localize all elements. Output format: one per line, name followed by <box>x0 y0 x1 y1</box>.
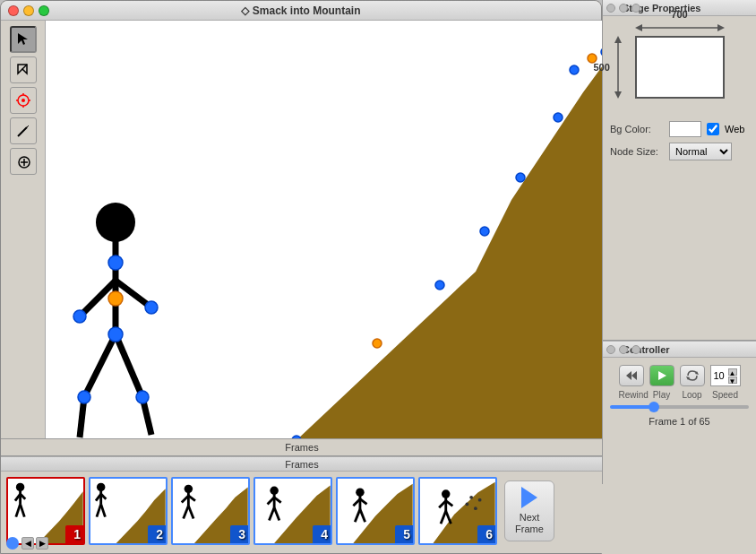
ctrl-dot-3 <box>631 345 640 354</box>
next-frame-arrow-icon <box>521 487 537 508</box>
speed-down[interactable]: ▼ <box>728 377 737 384</box>
frame-thumb-2[interactable]: 2 <box>89 477 168 545</box>
frame-number-2: 2 <box>156 527 163 541</box>
svg-point-20 <box>554 113 563 122</box>
rewind-label: Rewind <box>619 390 644 400</box>
height-arrow <box>612 36 624 99</box>
width-value: 700 <box>635 9 725 20</box>
web-label: Web <box>725 124 744 134</box>
svg-marker-14 <box>225 65 603 440</box>
frame-thumb-4[interactable]: 4 <box>253 477 332 545</box>
next-frame-button[interactable]: NextFrame <box>504 480 554 541</box>
transform-tool[interactable] <box>10 56 37 83</box>
stage-box <box>635 36 725 99</box>
controller-title-bar: Controller <box>603 342 756 358</box>
maximize-button[interactable] <box>39 5 49 16</box>
svg-line-48 <box>21 504 25 516</box>
frames-panel: Frames 1 <box>1 456 603 553</box>
pivot-tool[interactable] <box>10 87 37 114</box>
speed-up[interactable]: ▲ <box>728 368 737 376</box>
frame-thumb-6[interactable]: 6 <box>418 477 497 545</box>
ctrl-dot-2 <box>619 345 628 354</box>
controller-labels: Rewind Play Loop Speed <box>603 388 756 402</box>
frames-content: 1 2 <box>1 472 603 550</box>
svg-marker-93 <box>614 91 622 99</box>
svg-point-19 <box>516 173 525 182</box>
loop-button[interactable] <box>680 365 705 386</box>
panel-dot-1 <box>606 4 615 13</box>
knife-tool[interactable] <box>10 117 37 144</box>
frame-number-3: 3 <box>238 527 245 541</box>
svg-line-83 <box>446 511 451 524</box>
svg-line-82 <box>441 511 446 524</box>
svg-point-86 <box>474 506 477 510</box>
svg-point-38 <box>108 327 123 342</box>
playback-slider-thumb[interactable] <box>649 402 659 412</box>
toolbar <box>1 21 46 440</box>
svg-marker-0 <box>18 33 28 45</box>
svg-point-26 <box>99 206 132 238</box>
frame-number-6: 6 <box>485 527 493 541</box>
svg-point-85 <box>469 496 473 499</box>
bg-color-input[interactable] <box>669 121 701 137</box>
playback-slider[interactable] <box>610 405 749 409</box>
svg-marker-94 <box>631 371 637 380</box>
frame-thumb-5[interactable]: 5 <box>336 477 415 545</box>
canvas-area <box>46 21 603 440</box>
frame-thumb-1[interactable]: 1 <box>6 477 85 545</box>
title-bar: ◇ Smack into Mountain <box>1 1 601 21</box>
node-size-select[interactable]: Normal Small Large <box>669 143 732 160</box>
select-tool[interactable] <box>10 26 37 53</box>
svg-line-61 <box>184 506 189 518</box>
speed-value: 10 <box>714 370 725 381</box>
frames-panel-title: Frames <box>1 457 603 472</box>
frame-number-5: 5 <box>403 527 410 541</box>
svg-line-75 <box>355 509 360 522</box>
frame-info: Frame 1 of 65 <box>603 412 756 430</box>
playback-slider-row <box>603 402 756 412</box>
svg-line-62 <box>188 506 193 518</box>
controller-buttons: 10 ▲ ▼ <box>603 358 756 388</box>
svg-line-68 <box>269 507 274 520</box>
window-title: ◇ Smack into Mountain <box>241 4 360 17</box>
svg-line-9 <box>18 127 27 136</box>
frame-thumb-3[interactable]: 3 <box>171 477 250 545</box>
speed-spinner[interactable]: ▲ ▼ <box>728 368 737 384</box>
controller-panel-dots <box>606 345 640 354</box>
height-value: 500 <box>594 62 610 73</box>
svg-point-37 <box>145 301 158 314</box>
svg-point-65 <box>270 487 278 495</box>
svg-point-36 <box>73 310 86 323</box>
close-button[interactable] <box>8 5 19 16</box>
play-button[interactable] <box>649 365 674 386</box>
svg-line-10 <box>27 126 29 127</box>
stick-figure <box>62 200 169 440</box>
svg-point-39 <box>78 391 90 403</box>
stage-diagram: 700 500 <box>622 27 738 108</box>
scroll-left-button[interactable]: ◀ <box>21 537 34 550</box>
panel-dot-2 <box>619 4 628 13</box>
svg-line-69 <box>274 507 279 520</box>
svg-point-17 <box>435 281 444 290</box>
web-checkbox[interactable] <box>707 123 719 135</box>
stage-properties-panel: Stage Properties 700 <box>602 0 756 341</box>
svg-line-55 <box>101 504 106 516</box>
svg-point-18 <box>480 227 489 236</box>
svg-point-51 <box>97 483 105 491</box>
svg-point-41 <box>108 291 123 306</box>
svg-point-84 <box>466 503 469 506</box>
scroll-right-button[interactable]: ▶ <box>36 537 48 550</box>
minimize-button[interactable] <box>23 5 34 16</box>
svg-marker-89 <box>635 24 642 31</box>
node-size-row: Node Size: Normal Small Large <box>603 140 756 163</box>
add-point-tool[interactable] <box>10 148 37 175</box>
svg-point-79 <box>442 489 450 498</box>
svg-point-16 <box>373 339 382 348</box>
speed-control[interactable]: 10 ▲ ▼ <box>710 365 741 386</box>
rewind-button[interactable] <box>619 365 644 386</box>
svg-point-72 <box>356 488 364 496</box>
ctrl-dot-1 <box>606 345 615 354</box>
svg-line-33 <box>116 334 142 397</box>
speed-label: Speed <box>710 390 741 400</box>
right-panel: Stage Properties 700 <box>602 0 756 554</box>
